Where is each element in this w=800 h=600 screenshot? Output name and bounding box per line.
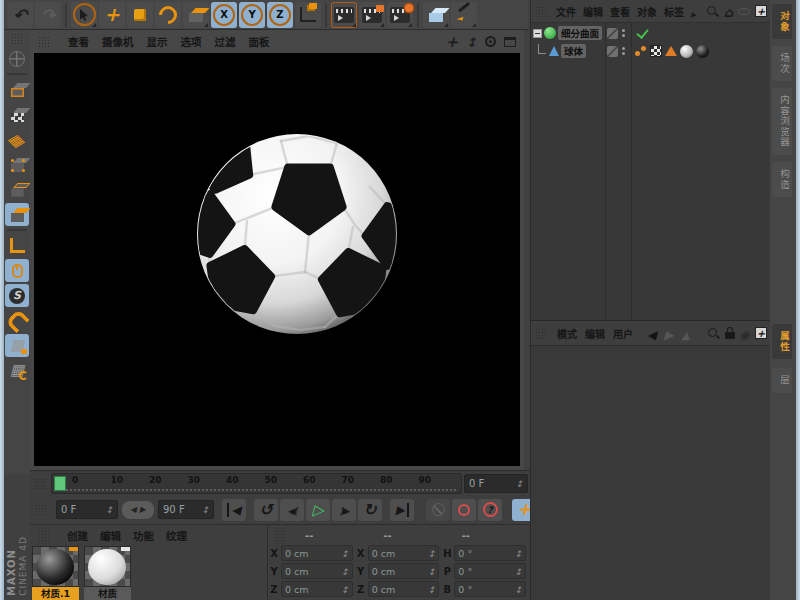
om-menu-object[interactable]: 对象 xyxy=(637,4,657,19)
render-view-button[interactable] xyxy=(331,2,357,28)
spinner-icon[interactable] xyxy=(341,584,349,595)
end-frame-field[interactable]: 90 F xyxy=(158,500,214,519)
snap-button[interactable] xyxy=(5,284,29,307)
toolbar-grip-handle[interactable] xyxy=(11,33,24,44)
layer-box-icon[interactable] xyxy=(607,46,618,57)
position-y-field[interactable]: 0 cm xyxy=(281,563,353,579)
enable-axis-button[interactable] xyxy=(5,234,29,257)
material-thumbnail[interactable] xyxy=(32,546,79,587)
tab-takes[interactable]: 场次 xyxy=(772,46,792,81)
uvw-tag-icon[interactable] xyxy=(650,45,662,57)
viewport-menu-display[interactable]: 显示 xyxy=(147,34,168,49)
material-menu-function[interactable]: 功能 xyxy=(133,528,154,543)
play-loop-button[interactable] xyxy=(358,499,382,521)
redo-button[interactable] xyxy=(35,2,61,28)
material-thumbnail[interactable] xyxy=(84,546,131,587)
size-z-field[interactable]: 0 cm xyxy=(368,581,440,597)
expand-collapse-icon[interactable] xyxy=(533,29,542,38)
viewport-canvas[interactable] xyxy=(34,53,520,466)
object-row-sphere[interactable]: 球体 xyxy=(531,41,770,59)
object-manager-grip-handle[interactable] xyxy=(535,6,548,17)
move-tool-button[interactable] xyxy=(99,2,125,28)
previous-frame-button[interactable] xyxy=(280,499,304,521)
layer-box-icon[interactable] xyxy=(607,28,618,39)
rotation-h-field[interactable]: 0 ° xyxy=(454,545,526,561)
record-button[interactable] xyxy=(452,499,476,521)
workplane-snap-button[interactable] xyxy=(5,359,29,382)
am-menu-mode[interactable]: 模式 xyxy=(557,326,577,341)
workplane-lock-button[interactable] xyxy=(5,334,29,357)
position-z-field[interactable]: 0 cm xyxy=(281,581,353,597)
search-icon[interactable] xyxy=(706,5,719,18)
lock-x-axis-button[interactable]: X xyxy=(211,2,237,28)
last-tool-button[interactable] xyxy=(183,2,209,28)
goto-start-button[interactable] xyxy=(222,499,246,521)
viewport-solo-button[interactable] xyxy=(5,259,29,282)
rotation-mode-dropdown[interactable]: -- xyxy=(448,530,526,541)
spinner-icon[interactable] xyxy=(514,548,522,559)
spline-pen-button[interactable] xyxy=(451,2,477,28)
play-backwards-button[interactable] xyxy=(254,499,278,521)
om-menu-tags[interactable]: 标签 xyxy=(664,4,684,19)
viewport-grip-handle[interactable] xyxy=(38,36,51,47)
menu-overflow-arrow-icon[interactable] xyxy=(691,2,696,21)
spinner-icon[interactable] xyxy=(514,566,522,577)
object-name-label[interactable]: 球体 xyxy=(561,44,586,58)
om-menu-edit[interactable]: 编辑 xyxy=(583,4,603,19)
material-menu-edit[interactable]: 编辑 xyxy=(100,528,121,543)
lock-icon[interactable] xyxy=(725,327,735,340)
material-grip-handle[interactable] xyxy=(38,530,51,541)
start-frame-field[interactable]: 0 F xyxy=(56,500,118,519)
size-mode-dropdown[interactable]: -- xyxy=(369,530,447,541)
viewport-menu-filter[interactable]: 过滤 xyxy=(215,34,236,49)
am-menu-user[interactable]: 用户 xyxy=(613,326,633,341)
rotate-view-icon[interactable] xyxy=(485,36,496,47)
attribute-grip-handle[interactable] xyxy=(535,328,548,339)
material-item-selected[interactable]: 材质.1 xyxy=(32,546,79,600)
material-menu-texture[interactable]: 纹理 xyxy=(166,528,187,543)
pan-view-icon[interactable] xyxy=(446,32,459,51)
frame-range-stepper[interactable]: ◀▶ xyxy=(122,501,154,519)
tab-attributes[interactable]: 属性 xyxy=(772,324,792,359)
parent-up-icon[interactable] xyxy=(681,324,689,343)
tab-layers[interactable]: 层 xyxy=(772,368,792,393)
spinner-icon[interactable] xyxy=(201,504,209,515)
visibility-dots-icon[interactable] xyxy=(622,47,625,55)
maximize-view-icon[interactable] xyxy=(504,37,516,47)
material-item[interactable]: 材质 xyxy=(84,546,131,600)
object-row-subdivision-surface[interactable]: 细分曲面 xyxy=(531,23,770,41)
tab-objects[interactable]: 对象 xyxy=(772,4,792,39)
render-picture-viewer-button[interactable] xyxy=(359,2,385,28)
edges-mode-button[interactable] xyxy=(5,178,29,201)
lock-y-axis-button[interactable]: Y xyxy=(239,2,265,28)
rotation-b-field[interactable]: 0 ° xyxy=(454,581,526,597)
polygons-mode-button[interactable] xyxy=(5,203,29,226)
search-icon[interactable] xyxy=(707,327,720,340)
spinner-icon[interactable] xyxy=(514,584,522,595)
help-button[interactable]: ? xyxy=(478,499,502,521)
size-y-field[interactable]: 0 cm xyxy=(368,563,440,579)
points-mode-button[interactable] xyxy=(5,153,29,176)
home-icon[interactable] xyxy=(724,2,733,21)
rotate-tool-button[interactable] xyxy=(155,2,181,28)
timeline-playhead[interactable] xyxy=(54,476,66,491)
history-forward-icon[interactable] xyxy=(664,324,673,343)
coordinate-system-button[interactable] xyxy=(295,2,321,28)
size-x-field[interactable]: 0 cm xyxy=(368,545,440,561)
coordinates-grip-handle[interactable] xyxy=(274,530,287,541)
play-button[interactable] xyxy=(306,499,330,521)
spinner-icon[interactable] xyxy=(428,584,436,595)
phong-tag-icon[interactable] xyxy=(665,46,677,56)
tab-content-browser[interactable]: 内容浏览器 xyxy=(772,88,792,155)
enabled-check-icon[interactable] xyxy=(636,26,648,39)
make-editable-button[interactable] xyxy=(5,47,29,70)
eye-icon[interactable] xyxy=(738,8,750,15)
workplane-mode-button[interactable] xyxy=(5,128,29,151)
om-menu-view[interactable]: 查看 xyxy=(610,4,630,19)
lock-z-axis-button[interactable]: Z xyxy=(267,2,293,28)
position-x-field[interactable]: 0 cm xyxy=(281,545,353,561)
sound-toggle-button[interactable] xyxy=(426,499,450,521)
am-menu-edit[interactable]: 编辑 xyxy=(585,326,605,341)
tab-structure[interactable]: 构造 xyxy=(772,162,792,197)
next-frame-button[interactable] xyxy=(332,499,356,521)
